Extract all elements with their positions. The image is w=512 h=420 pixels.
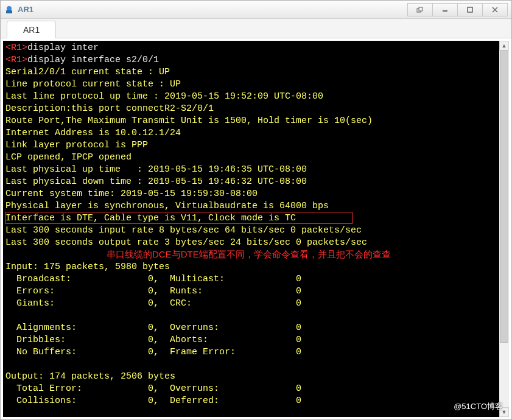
- output-line: Collisions: 0, Deferred: 0: [5, 396, 301, 406]
- output-line: Internet Address is 10.0.12.1/24: [5, 128, 181, 138]
- scroll-up-button[interactable]: ▲: [499, 41, 509, 51]
- output-line: Line protocol current state : UP: [5, 79, 181, 89]
- window-title: AR1: [18, 5, 408, 14]
- vertical-scrollbar[interactable]: ▲ ▼: [499, 41, 509, 417]
- output-line: Broadcast: 0, Multicast: 0: [5, 274, 301, 284]
- terminal[interactable]: <R1>display inter <R1>display interface …: [3, 41, 509, 417]
- svg-rect-1: [6, 10, 12, 13]
- command-text: display inter: [27, 43, 99, 53]
- output-line: No Buffers: 0, Frame Error: 0: [5, 347, 301, 357]
- output-line: Last line protocol up time : 2019-05-15 …: [5, 91, 323, 102]
- terminal-output: <R1>display inter <R1>display interface …: [5, 42, 498, 407]
- output-line: Last physical down time : 2019-05-15 19:…: [5, 177, 307, 187]
- output-line: Interface is DTE, Cable type is V11, Clo…: [5, 213, 296, 223]
- extra-button[interactable]: [407, 3, 433, 16]
- tab-ar1[interactable]: AR1: [7, 21, 56, 38]
- output-line: Input: 175 packets, 5980 bytes: [5, 262, 170, 272]
- output-line: Physical layer is synchronous, Virtualba…: [5, 201, 329, 211]
- window-controls: [408, 3, 508, 16]
- titlebar[interactable]: AR1: [1, 1, 511, 19]
- app-icon: [4, 5, 14, 15]
- scrollbar-thumb[interactable]: [500, 51, 508, 343]
- close-button[interactable]: [482, 3, 508, 16]
- tab-strip: AR1: [1, 19, 511, 38]
- svg-rect-5: [468, 7, 472, 12]
- app-window: AR1 AR1 <R1>display inter <R1>display in…: [0, 0, 512, 420]
- maximize-button[interactable]: [457, 3, 483, 16]
- output-line: Total Error: 0, Overruns: 0: [5, 383, 301, 394]
- svg-point-0: [7, 6, 12, 11]
- output-line: Link layer protocol is PPP: [5, 140, 148, 150]
- output-line: Alignments: 0, Overruns: 0: [5, 323, 301, 333]
- output-line: Errors: 0, Runts: 0: [5, 286, 301, 296]
- output-line: Dribbles: 0, Aborts: 0: [5, 335, 301, 345]
- prompt: <R1>: [5, 55, 27, 65]
- output-line: Last physical up time : 2019-05-15 19:46…: [5, 164, 307, 175]
- svg-rect-3: [419, 7, 423, 11]
- output-line: Last 300 seconds input rate 8 bytes/sec …: [5, 225, 362, 236]
- scrollbar-track[interactable]: [499, 51, 509, 407]
- output-line: Current system time: 2019-05-15 19:59:30…: [5, 189, 258, 199]
- output-line: Serial2/0/1 current state : UP: [5, 67, 170, 77]
- terminal-container: <R1>display inter <R1>display interface …: [1, 38, 511, 419]
- minimize-button[interactable]: [432, 3, 458, 16]
- output-line: Route Port,The Maximum Transmit Unit is …: [5, 116, 373, 126]
- annotation-text: 串口线缆的DCE与DTE端配置不同，学会命令查看，并且把不会的查查: [107, 249, 391, 261]
- output-line: Output: 174 packets, 2506 bytes: [5, 371, 175, 382]
- prompt: <R1>: [5, 43, 27, 53]
- command-text: display interface s2/0/1: [27, 55, 159, 65]
- watermark: @51CTO博客: [454, 401, 503, 412]
- output-line: Description:this port connectR2-S2/0/1: [5, 103, 214, 114]
- output-line: Last 300 seconds output rate 3 bytes/sec…: [5, 237, 367, 248]
- output-line: Giants: 0, CRC: 0: [5, 298, 301, 309]
- output-line: LCP opened, IPCP opened: [5, 152, 132, 163]
